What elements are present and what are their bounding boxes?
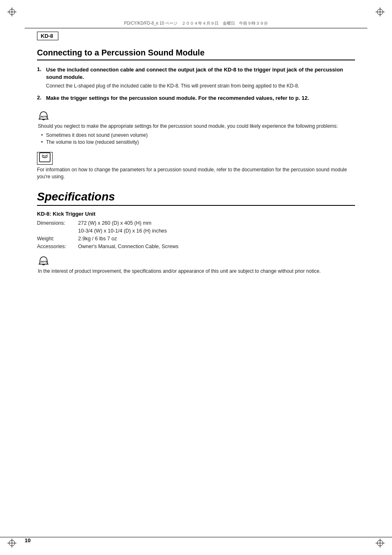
specs-subtitle: KD-8: Kick Trigger Unit bbox=[37, 211, 355, 217]
ref-text: For information on how to change the par… bbox=[37, 166, 355, 181]
specs-accessories-label: Accessories: bbox=[37, 243, 78, 251]
bullet-2: The volume is too low (reduced sensitivi… bbox=[41, 139, 355, 146]
ref-icon bbox=[37, 152, 355, 165]
page: PD/CY/KD/FD-8_e 10 ページ ２００４年４月９日 金曜日 午前９… bbox=[0, 0, 392, 555]
svg-text:NOTE: NOTE bbox=[41, 115, 48, 118]
specs-table: Dimensions: 272 (W) x 260 (D) x 405 (H) … bbox=[37, 219, 355, 250]
step-2-main: Make the trigger settings for the percus… bbox=[46, 94, 355, 102]
specs-row-weight: Weight: 2.9kg / 6 lbs 7 oz bbox=[37, 235, 355, 243]
main-content: KD-8 Connecting to a Percussion Sound Mo… bbox=[25, 28, 367, 275]
page-number: 10 bbox=[25, 537, 30, 543]
step-2: 2. Make the trigger settings for the per… bbox=[37, 94, 355, 104]
specs-dimensions-value2: 10-3/4 (W) x 10-1/4 (D) x 16 (H) inches bbox=[37, 227, 355, 235]
note-box-1: NOTE Should you neglect to make the appr… bbox=[37, 111, 355, 146]
note-bullets-1: Sometimes it does not sound (uneven volu… bbox=[41, 132, 355, 146]
specs-title: Specifications bbox=[37, 190, 355, 206]
bullet-1: Sometimes it does not sound (uneven volu… bbox=[41, 132, 355, 139]
specs-dimensions-value1: 272 (W) x 260 (D) x 405 (H) mm bbox=[78, 219, 355, 227]
specs-weight-label: Weight: bbox=[37, 235, 78, 243]
model-label: KD-8 bbox=[37, 32, 58, 40]
specs-accessories-value: Owner's Manual, Connection Cable, Screws bbox=[78, 243, 355, 251]
note-box-2: NOTE In the interest of product improvem… bbox=[37, 256, 355, 275]
specs-dimensions-label: Dimensions: bbox=[37, 219, 78, 227]
step-1-content: Use the included connection cable and co… bbox=[46, 66, 355, 90]
step-1: 1. Use the included connection cable and… bbox=[37, 66, 355, 90]
note-text-2: In the interest of product improvement, … bbox=[37, 268, 355, 275]
bottom-bar: 10 bbox=[0, 537, 392, 543]
connecting-section-title: Connecting to a Percussion Sound Module bbox=[37, 48, 355, 60]
step-1-number: 1. bbox=[37, 66, 46, 72]
specs-row-accessories: Accessories: Owner's Manual, Connection … bbox=[37, 243, 355, 251]
note-text-1: Should you neglect to make the appropria… bbox=[37, 123, 355, 146]
corner-mark-tr bbox=[376, 7, 385, 16]
note-icon-2: NOTE bbox=[37, 256, 50, 267]
header-bar: PD/CY/KD/FD-8_e 10 ページ ２００４年４月９日 金曜日 午前９… bbox=[25, 21, 367, 26]
note-icon-1: NOTE bbox=[37, 111, 50, 122]
specs-section: Specifications KD-8: Kick Trigger Unit D… bbox=[37, 190, 355, 275]
step-1-sub: Connect the L-shaped plug of the include… bbox=[46, 83, 355, 90]
specs-weight-value: 2.9kg / 6 lbs 7 oz bbox=[78, 235, 355, 243]
steps-list: 1. Use the included connection cable and… bbox=[37, 66, 355, 104]
step-1-main: Use the included connection cable and co… bbox=[46, 66, 355, 81]
corner-mark-tl bbox=[7, 7, 16, 16]
specs-row-dimensions: Dimensions: 272 (W) x 260 (D) x 405 (H) … bbox=[37, 219, 355, 227]
step-2-content: Make the trigger settings for the percus… bbox=[46, 94, 355, 104]
ref-box: For information on how to change the par… bbox=[37, 152, 355, 181]
note-header-1: NOTE bbox=[37, 111, 355, 122]
note-header-2: NOTE bbox=[37, 256, 355, 267]
svg-rect-13 bbox=[39, 153, 50, 162]
header-text: PD/CY/KD/FD-8_e 10 ページ ２００４年４月９日 金曜日 午前９… bbox=[25, 21, 367, 26]
ref-icon-symbol bbox=[37, 152, 53, 165]
step-2-number: 2. bbox=[37, 94, 46, 101]
svg-text:NOTE: NOTE bbox=[41, 260, 48, 263]
